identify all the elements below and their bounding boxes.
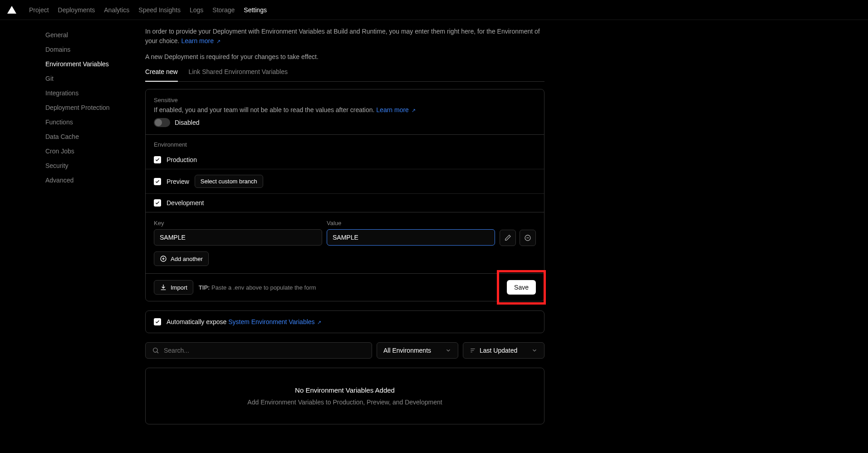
environment-section: Environment Production Preview Select cu… (146, 135, 544, 212)
external-link-icon: ↗ (216, 39, 221, 44)
search-box[interactable] (145, 342, 372, 359)
kv-section: Key Value (146, 212, 544, 274)
sensitive-desc: If enabled, you and your team will not b… (154, 106, 536, 113)
checkbox-expose[interactable] (154, 318, 161, 325)
sidebar-general[interactable]: General (45, 31, 132, 39)
vercel-logo-icon[interactable] (7, 6, 16, 14)
pencil-icon (504, 234, 511, 241)
chevron-down-icon (445, 347, 451, 354)
expose-text: Automatically expose System Environment … (167, 318, 321, 325)
top-nav: Project Deployments Analytics Speed Insi… (0, 0, 868, 20)
search-icon (152, 347, 159, 354)
sensitive-label: Sensitive (154, 97, 536, 103)
environments-dropdown[interactable]: All Environments (377, 342, 458, 359)
nav-deployments[interactable]: Deployments (58, 6, 95, 14)
sidebar-advanced[interactable]: Advanced (45, 177, 132, 184)
external-link-icon: ↗ (412, 108, 416, 113)
system-env-vars-link[interactable]: System Environment Variables ↗ (228, 318, 321, 325)
save-button[interactable]: Save (507, 280, 536, 295)
filter-row: All Environments Last Updated (145, 342, 544, 359)
remove-button[interactable] (520, 230, 536, 246)
empty-subtitle: Add Environment Variables to Production,… (164, 399, 526, 406)
sensitive-learn-more-link[interactable]: Learn more ↗ (376, 106, 415, 113)
sidebar-functions[interactable]: Functions (45, 118, 132, 126)
key-input[interactable] (154, 229, 322, 246)
download-icon (160, 284, 167, 291)
env-label-preview: Preview (167, 178, 189, 185)
env-label-production: Production (167, 156, 197, 163)
select-custom-branch-button[interactable]: Select custom branch (195, 175, 263, 188)
env-row-preview: Preview Select custom branch (146, 169, 544, 194)
checkbox-development[interactable] (154, 199, 161, 207)
description-text: In order to provide your Deployment with… (145, 27, 544, 46)
checkbox-production[interactable] (154, 156, 161, 163)
nav-speed-insights[interactable]: Speed Insights (138, 6, 181, 14)
panel-footer: Import TIP: Paste a .env above to popula… (146, 274, 544, 301)
import-button[interactable]: Import (154, 280, 193, 295)
environment-label: Environment (154, 141, 536, 148)
chevron-down-icon (531, 347, 538, 354)
sensitive-status: Disabled (175, 119, 199, 126)
env-row-production: Production (146, 151, 544, 169)
sidebar-cron-jobs[interactable]: Cron Jobs (45, 148, 132, 155)
tabs: Create new Link Shared Environment Varia… (145, 68, 544, 82)
env-label-development: Development (167, 199, 204, 207)
sidebar-integrations[interactable]: Integrations (45, 89, 132, 97)
expose-panel: Automatically expose System Environment … (145, 310, 544, 333)
add-another-button[interactable]: Add another (154, 251, 209, 266)
learn-more-link[interactable]: Learn more ↗ (181, 37, 220, 44)
nav-storage[interactable]: Storage (212, 6, 235, 14)
svg-point-5 (153, 348, 157, 352)
tab-create-new[interactable]: Create new (145, 68, 178, 82)
deployment-note: A new Deployment is required for your ch… (145, 52, 544, 62)
tab-link-shared[interactable]: Link Shared Environment Variables (189, 68, 288, 81)
sidebar-env-vars[interactable]: Environment Variables (45, 60, 132, 68)
nav-settings[interactable]: Settings (244, 6, 267, 14)
sort-dropdown[interactable]: Last Updated (463, 342, 544, 359)
sort-icon (470, 347, 476, 354)
key-label: Key (154, 220, 322, 226)
sidebar-deployment-protection[interactable]: Deployment Protection (45, 104, 132, 111)
external-link-icon: ↗ (317, 320, 321, 325)
remove-icon (524, 234, 531, 241)
svg-line-6 (157, 352, 158, 353)
main-content: In order to provide your Deployment with… (132, 27, 567, 433)
nav-logs[interactable]: Logs (190, 6, 203, 14)
value-input[interactable] (327, 229, 495, 246)
sidebar-domains[interactable]: Domains (45, 46, 132, 53)
sensitive-toggle[interactable] (154, 118, 170, 127)
nav-analytics[interactable]: Analytics (104, 6, 129, 14)
sidebar-git[interactable]: Git (45, 75, 132, 82)
sensitive-section: Sensitive If enabled, you and your team … (146, 89, 544, 135)
plus-circle-icon (160, 255, 167, 262)
sidebar-data-cache[interactable]: Data Cache (45, 133, 132, 140)
tip-text: TIP: Paste a .env above to populate the … (199, 284, 316, 291)
search-input[interactable] (164, 347, 365, 354)
value-label: Value (327, 220, 495, 226)
create-panel: Sensitive If enabled, you and your team … (145, 89, 544, 301)
empty-panel: No Environment Variables Added Add Envir… (145, 368, 544, 424)
checkbox-preview[interactable] (154, 178, 161, 185)
env-row-development: Development (146, 194, 544, 212)
empty-title: No Environment Variables Added (164, 386, 526, 394)
settings-sidebar: General Domains Environment Variables Gi… (0, 27, 132, 433)
edit-button[interactable] (500, 230, 516, 246)
sidebar-security[interactable]: Security (45, 162, 132, 169)
nav-project[interactable]: Project (29, 6, 49, 14)
